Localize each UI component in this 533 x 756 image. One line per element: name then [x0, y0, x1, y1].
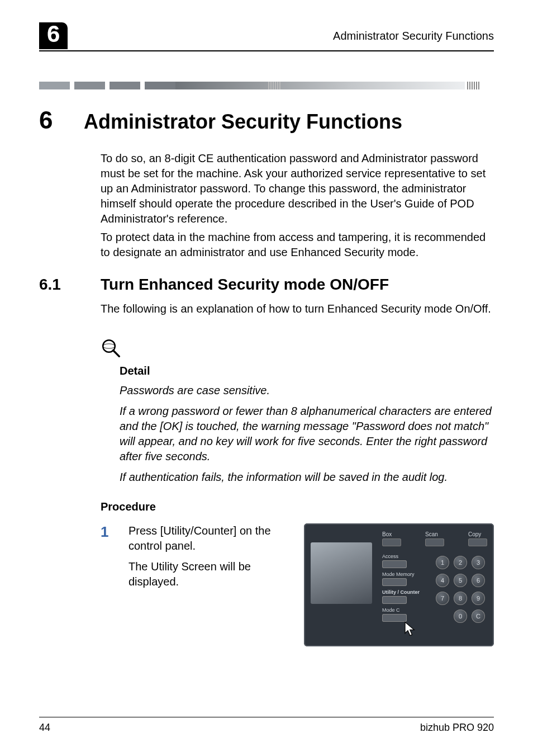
running-header-title: Administrator Security Functions — [333, 30, 494, 42]
mode-scan-button[interactable] — [425, 538, 444, 546]
section-title: Turn Enhanced Security mode ON/OFF — [101, 276, 389, 294]
numeric-keypad: 1 2 3 4 5 6 7 8 9 0 C — [436, 556, 485, 623]
access-label: Access — [382, 554, 420, 559]
product-name: bizhub PRO 920 — [420, 722, 494, 734]
section-number: 6.1 — [39, 276, 101, 294]
mode-scan-label: Scan — [425, 531, 444, 537]
mode-c-label: Mode C — [382, 607, 420, 613]
mode-copy-label: Copy — [468, 531, 487, 537]
mode-box-group: Box — [382, 531, 401, 546]
svg-line-2 — [113, 351, 120, 357]
key-1[interactable]: 1 — [436, 556, 449, 569]
detail-note-2: If a wrong password or fewer than 8 alph… — [120, 404, 494, 464]
intro-paragraph-1: To do so, an 8-digit CE authentication p… — [101, 151, 494, 226]
utility-counter-label: Utility / Counter — [382, 589, 420, 595]
mode-copy-button[interactable] — [468, 538, 487, 546]
key-0[interactable]: 0 — [454, 609, 467, 623]
detail-note-1: Passwords are case sensitive. — [120, 383, 494, 398]
key-4[interactable]: 4 — [436, 574, 449, 587]
key-9[interactable]: 9 — [472, 592, 485, 605]
step-1-text: Press [Utility/Counter] on the control p… — [129, 523, 287, 554]
mode-memory-label: Mode Memory — [382, 571, 420, 577]
access-button[interactable] — [382, 560, 407, 568]
magnifier-icon — [101, 338, 123, 360]
mode-copy-group: Copy — [468, 531, 487, 546]
step-number-1: 1 — [101, 523, 117, 646]
mode-scan-group: Scan — [425, 531, 444, 546]
utility-counter-button[interactable] — [382, 596, 407, 604]
key-c[interactable]: C — [472, 609, 485, 623]
key-7[interactable]: 7 — [436, 592, 449, 605]
detail-note-3: If authentication fails, the information… — [120, 470, 494, 485]
mode-memory-button[interactable] — [382, 578, 407, 586]
page-number: 44 — [39, 722, 50, 734]
step-1-result: The Utility Screen will be displayed. — [129, 559, 287, 589]
key-2[interactable]: 2 — [454, 556, 467, 569]
key-6[interactable]: 6 — [472, 574, 485, 587]
panel-lcd-screen — [311, 542, 372, 604]
detail-heading: Detail — [120, 365, 494, 377]
chapter-title: Administrator Security Functions — [84, 111, 402, 133]
mode-box-button[interactable] — [382, 538, 401, 546]
section-divider-bar — [39, 79, 494, 89]
key-5[interactable]: 5 — [454, 574, 467, 587]
chapter-badge: 6 — [39, 22, 68, 49]
chapter-number: 6 — [39, 106, 84, 134]
pointer-cursor-icon — [403, 621, 418, 637]
key-8[interactable]: 8 — [454, 592, 467, 605]
svg-point-1 — [103, 344, 115, 348]
control-panel-illustration: Box Scan Copy Access — [304, 523, 494, 646]
intro-paragraph-2: To protect data in the machine from acce… — [101, 230, 494, 260]
mode-box-label: Box — [382, 531, 401, 537]
section-lead: The following is an explanation of how t… — [101, 301, 494, 316]
key-3[interactable]: 3 — [472, 556, 485, 569]
procedure-heading: Procedure — [101, 500, 494, 513]
